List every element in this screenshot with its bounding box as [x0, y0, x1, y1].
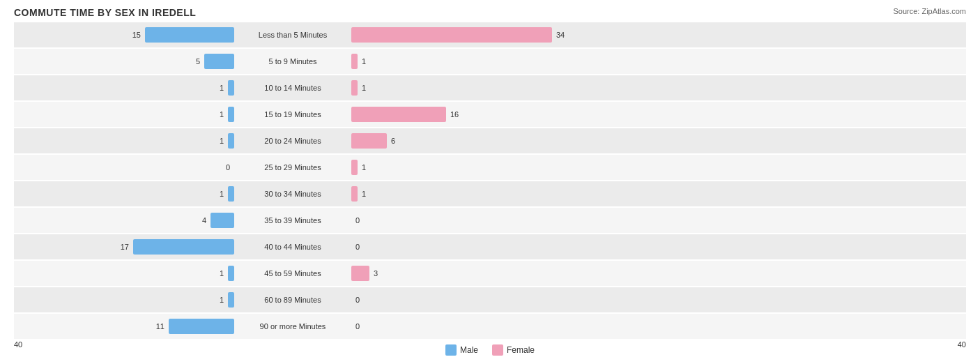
left-section: 5 [14, 54, 237, 69]
left-section: 11 [14, 319, 237, 334]
right-section: 3 [349, 266, 572, 281]
bottom-axis: 40 Male Female 40 [14, 340, 966, 356]
female-value: 0 [355, 322, 371, 331]
row-label: 25 to 29 Minutes [237, 163, 349, 172]
left-section: 0 [14, 160, 237, 175]
left-section: 15 [14, 27, 237, 43]
left-section: 17 [14, 239, 237, 255]
chart-container: COMMUTE TIME BY SEX IN IREDELL Source: Z… [0, 0, 980, 364]
bar-pink [351, 160, 358, 175]
female-value: 6 [391, 137, 406, 145]
left-section: 1 [14, 107, 237, 122]
axis-left-label: 40 [14, 340, 22, 356]
left-section: 1 [14, 133, 237, 149]
bar-blue [228, 133, 234, 149]
male-value: 1 [208, 84, 224, 92]
bar-row: 1 10 to 14 Minutes 1 [14, 75, 966, 100]
bar-row: 4 35 to 39 Minutes 0 [14, 208, 966, 233]
female-value: 0 [355, 216, 371, 225]
right-section: 16 [349, 107, 572, 122]
right-section: 1 [349, 160, 572, 175]
female-value: 0 [355, 243, 371, 251]
bar-blue [169, 319, 234, 334]
bars-area: 15 Less than 5 Minutes 34 5 5 to 9 Minut… [14, 22, 966, 339]
row-label: 90 or more Minutes [237, 322, 349, 331]
bar-pink [351, 80, 358, 96]
right-section: 34 [349, 27, 572, 43]
female-value: 1 [362, 84, 377, 92]
female-value: 1 [362, 190, 377, 198]
left-section: 1 [14, 266, 237, 281]
bar-pink [351, 54, 358, 69]
legend-female-label: Female [507, 345, 535, 355]
bar-row: 0 25 to 29 Minutes 1 [14, 155, 966, 180]
male-value: 5 [185, 57, 200, 66]
female-value: 3 [374, 269, 389, 278]
bar-row: 1 60 to 89 Minutes 0 [14, 287, 966, 312]
chart-title: COMMUTE TIME BY SEX IN IREDELL [14, 7, 966, 18]
right-section: 6 [349, 133, 572, 149]
row-label: 60 to 89 Minutes [237, 296, 349, 304]
male-value: 1 [208, 190, 224, 198]
row-label: Less than 5 Minutes [237, 31, 349, 39]
legend-male: Male [445, 344, 478, 356]
bar-blue [228, 292, 234, 308]
row-label: 15 to 19 Minutes [237, 110, 349, 119]
right-section: 1 [349, 186, 572, 202]
bar-pink [351, 27, 552, 43]
row-label: 30 to 34 Minutes [237, 190, 349, 198]
row-label: 5 to 9 Minutes [237, 57, 349, 66]
male-value: 1 [208, 296, 224, 304]
bar-row: 15 Less than 5 Minutes 34 [14, 22, 966, 47]
right-section: 0 [349, 239, 572, 255]
right-section: 0 [349, 292, 572, 308]
bar-row: 1 30 to 34 Minutes 1 [14, 181, 966, 206]
male-value: 1 [208, 269, 224, 278]
bar-pink [351, 133, 387, 149]
bar-blue [204, 54, 234, 69]
bar-blue [210, 213, 234, 228]
row-label: 10 to 14 Minutes [237, 84, 349, 92]
axis-right-label: 40 [958, 340, 966, 356]
row-label: 40 to 44 Minutes [237, 243, 349, 251]
male-value: 4 [191, 216, 206, 225]
row-label: 35 to 39 Minutes [237, 216, 349, 225]
bar-blue [145, 27, 234, 43]
row-label: 45 to 59 Minutes [237, 269, 349, 278]
bar-row: 11 90 or more Minutes 0 [14, 314, 966, 339]
bar-pink [351, 266, 369, 281]
male-value: 0 [215, 163, 230, 172]
female-value: 16 [450, 110, 466, 119]
bar-blue [133, 239, 234, 255]
female-value: 1 [362, 57, 377, 66]
right-section: 1 [349, 80, 572, 96]
bar-pink [351, 107, 446, 122]
right-section: 0 [349, 213, 572, 228]
source-text: Source: ZipAtlas.com [893, 7, 966, 15]
male-value: 17 [114, 243, 129, 251]
left-section: 1 [14, 80, 237, 96]
bar-row: 17 40 to 44 Minutes 0 [14, 234, 966, 259]
row-label: 20 to 24 Minutes [237, 137, 349, 145]
male-value: 15 [125, 31, 141, 39]
male-value: 11 [149, 322, 164, 331]
right-section: 0 [349, 319, 572, 334]
legend-male-label: Male [460, 345, 478, 355]
bar-blue [228, 266, 234, 281]
legend-female: Female [492, 344, 535, 356]
bar-row: 1 20 to 24 Minutes 6 [14, 128, 966, 153]
male-value: 1 [208, 110, 224, 119]
bar-pink [351, 186, 358, 202]
bar-blue [228, 186, 234, 202]
legend-female-box [492, 344, 503, 356]
bar-row: 1 15 to 19 Minutes 16 [14, 102, 966, 127]
bar-blue [228, 80, 234, 96]
bar-row: 1 45 to 59 Minutes 3 [14, 261, 966, 286]
left-section: 1 [14, 186, 237, 202]
bar-blue [228, 107, 234, 122]
female-value: 0 [355, 296, 371, 304]
legend-male-box [445, 344, 457, 356]
left-section: 4 [14, 213, 237, 228]
right-section: 1 [349, 54, 572, 69]
female-value: 1 [362, 163, 377, 172]
